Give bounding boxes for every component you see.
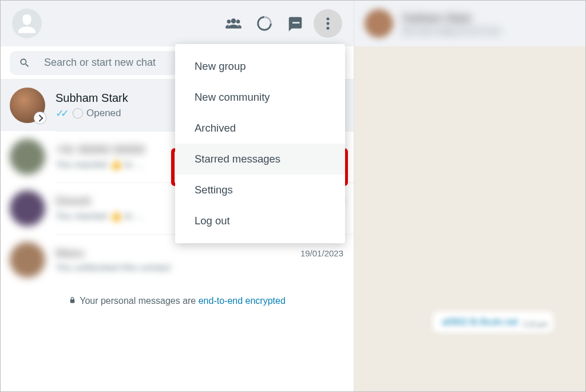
disappearing-badge-icon bbox=[34, 112, 46, 124]
chat-icon bbox=[287, 15, 304, 32]
message-bubble[interactable]: a0902.fb.fbcdn.net 3:15 pm bbox=[433, 311, 553, 333]
chat-name: Manu bbox=[56, 247, 84, 260]
conversation-header[interactable]: Subham Stark last seen today at 01:07 pm bbox=[354, 1, 585, 46]
message-link: a0902.fb.fbcdn.net bbox=[442, 317, 518, 327]
search-placeholder: Search or start new chat bbox=[44, 57, 156, 69]
svg-point-1 bbox=[327, 22, 330, 25]
conversation-avatar[interactable] bbox=[365, 9, 393, 38]
view-once-icon bbox=[73, 108, 83, 118]
lock-icon bbox=[69, 296, 76, 307]
person-icon bbox=[15, 12, 38, 35]
new-chat-button[interactable] bbox=[283, 11, 308, 36]
messages-area: a0902.fb.fbcdn.net 3:15 pm bbox=[354, 46, 585, 391]
svg-point-0 bbox=[327, 17, 330, 20]
menu-button[interactable] bbox=[314, 9, 342, 38]
menu-new-community[interactable]: New community bbox=[175, 82, 345, 113]
chat-name: Subham Stark bbox=[56, 92, 128, 105]
message-time: 3:15 pm bbox=[523, 320, 548, 328]
conversation-title: Subham Stark last seen today at 01:07 pm bbox=[402, 12, 501, 35]
read-receipt-icon: ✓✓ bbox=[56, 107, 66, 120]
conversation-panel: Subham Stark last seen today at 01:07 pm… bbox=[354, 1, 585, 391]
options-menu: New group New community Archived Starred… bbox=[175, 44, 345, 243]
chat-avatar[interactable] bbox=[10, 191, 45, 226]
chat-avatar[interactable] bbox=[10, 139, 45, 175]
menu-dots-icon bbox=[319, 15, 336, 32]
menu-settings[interactable]: Settings bbox=[175, 175, 345, 205]
svg-point-2 bbox=[327, 27, 330, 30]
status-icon bbox=[256, 15, 273, 32]
communities-icon bbox=[225, 15, 242, 32]
chat-avatar[interactable] bbox=[10, 88, 45, 123]
encryption-notice: Your personal messages are end-to-end en… bbox=[1, 286, 354, 317]
communities-button[interactable] bbox=[221, 11, 246, 36]
status-button[interactable] bbox=[252, 11, 277, 36]
chat-avatar[interactable] bbox=[10, 242, 45, 278]
left-header bbox=[1, 1, 354, 46]
menu-starred-messages[interactable]: Starred messages bbox=[175, 144, 345, 175]
search-icon bbox=[19, 57, 30, 69]
chat-time: 19/01/2023 bbox=[300, 248, 343, 258]
menu-new-group[interactable]: New group bbox=[175, 51, 345, 82]
menu-archived[interactable]: Archived bbox=[175, 113, 345, 144]
menu-log-out[interactable]: Log out bbox=[175, 205, 345, 236]
chat-name: +91 90000 00000 bbox=[56, 143, 145, 156]
user-avatar[interactable] bbox=[12, 9, 42, 38]
chat-name: Dinesh bbox=[56, 195, 91, 208]
chat-status: You unblocked this contact bbox=[56, 262, 343, 274]
encryption-link[interactable]: end-to-end encrypted bbox=[199, 296, 286, 306]
